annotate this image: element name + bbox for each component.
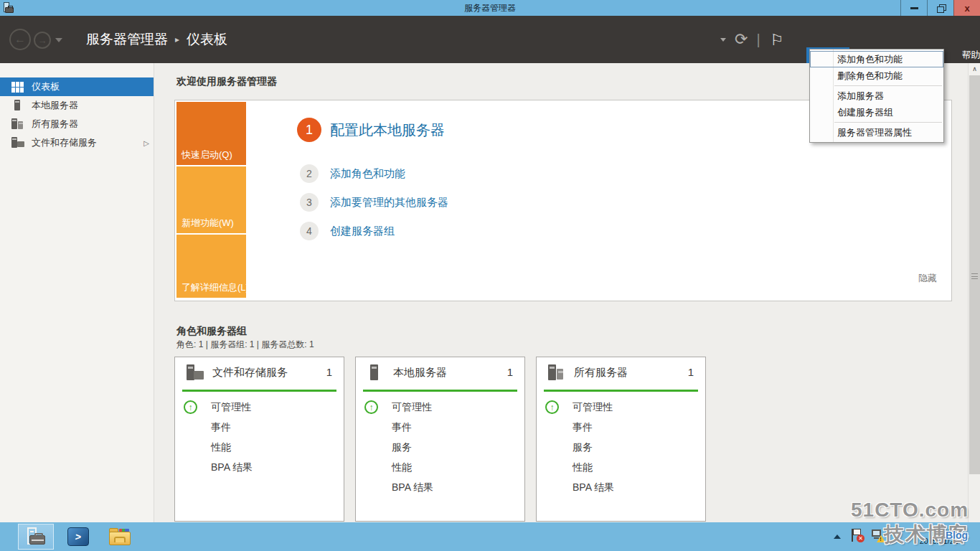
hide-link[interactable]: 隐藏 xyxy=(918,272,937,285)
card-row[interactable]: 服务 xyxy=(356,438,524,458)
local-server-icon xyxy=(367,364,386,382)
manageability-up-icon: ↑ xyxy=(184,400,197,414)
card-row[interactable]: 事件 xyxy=(356,418,524,438)
card-row[interactable]: 服务 xyxy=(537,438,705,458)
tray-date: 2015/11/21 xyxy=(887,536,958,546)
close-button[interactable]: x xyxy=(953,0,980,16)
breadcrumb-separator-icon: ▸ xyxy=(175,34,179,44)
welcome-tab[interactable]: 新增功能(W) xyxy=(176,166,246,233)
card-row[interactable]: ↑可管理性 xyxy=(537,397,705,418)
card-row[interactable]: 事件 xyxy=(537,418,705,438)
manage-menu-item[interactable]: 添加角色和功能 xyxy=(810,51,943,67)
toolbar-divider: | xyxy=(756,32,760,48)
manageability-up-icon: ↑ xyxy=(364,400,378,414)
server-manager-window: 服务器管理器 x ← → 服务器管理器▸仪表板 ⟳ | ⚐ 管理(M)工具(T)… xyxy=(0,0,980,551)
tray-expand-icon[interactable] xyxy=(834,534,841,539)
dashboard-icon xyxy=(11,81,24,93)
local-server-icon xyxy=(11,100,24,111)
card-row[interactable]: 性能 xyxy=(175,438,344,458)
roles-and-server-groups-header: 角色和服务器组 xyxy=(176,325,247,338)
welcome-step[interactable]: 2 添加角色和功能 xyxy=(300,164,405,183)
scrollbar-up-icon[interactable]: ∧ xyxy=(969,63,980,75)
sidebar-item[interactable]: 本地服务器 xyxy=(0,96,154,115)
step-number-badge: 2 xyxy=(300,164,319,183)
welcome-step[interactable]: 3 添加要管理的其他服务器 xyxy=(300,193,448,212)
card-server-count: 1 xyxy=(326,366,332,378)
welcome-tab[interactable]: 了解详细信息(L) xyxy=(176,235,246,298)
clock[interactable]: :43 2015/11/21 xyxy=(887,526,958,546)
sidebar-item[interactable]: 文件和存储服务 ▷ xyxy=(0,133,154,152)
welcome-title: 欢迎使用服务器管理器 xyxy=(176,75,277,88)
card-row[interactable]: BPA 结果 xyxy=(175,458,344,478)
step-link[interactable]: 配置此本地服务器 xyxy=(330,121,445,140)
manage-menu-items: 添加角色和功能删除角色和功能添加服务器创建服务器组服务器管理器属性 xyxy=(810,51,943,141)
sidebar-item[interactable]: 仪表板 xyxy=(0,77,154,96)
back-button[interactable]: ← xyxy=(9,29,31,50)
manage-menu-dropdown: 添加角色和功能删除角色和功能添加服务器创建服务器组服务器管理器属性 xyxy=(809,49,944,143)
card-row[interactable]: ↑可管理性 xyxy=(356,397,524,418)
breadcrumb-current: 仪表板 xyxy=(187,32,227,47)
card-title-link[interactable]: 所有服务器 xyxy=(574,366,628,380)
menu-separator xyxy=(834,85,942,86)
manage-menu-item[interactable]: 服务器管理器属性 xyxy=(810,124,943,141)
card-row[interactable]: 事件 xyxy=(175,418,344,438)
file-explorer-icon xyxy=(109,528,131,545)
restore-button[interactable] xyxy=(927,0,953,16)
role-group-card: 文件和存储服务 1 ↑可管理性事件性能BPA 结果 xyxy=(174,357,344,522)
step-number-badge: 3 xyxy=(300,193,319,212)
step-link[interactable]: 创建服务器组 xyxy=(330,225,395,238)
step-number-badge: 4 xyxy=(300,222,319,240)
forward-button[interactable]: → xyxy=(34,32,51,49)
network-warning-icon[interactable] xyxy=(871,528,885,542)
window-title: 服务器管理器 xyxy=(0,0,980,16)
breadcrumb-root[interactable]: 服务器管理器 xyxy=(86,32,168,47)
card-title-link[interactable]: 文件和存储服务 xyxy=(212,366,288,380)
manage-menu-item[interactable]: 创建服务器组 xyxy=(810,104,943,121)
menubar-item[interactable]: 帮助(H) xyxy=(956,47,980,63)
action-center-flag-icon[interactable]: ✕ xyxy=(850,528,863,542)
welcome-tabs: 快速启动(Q)新增功能(W)了解详细信息(L) xyxy=(176,102,246,299)
manage-menu-item[interactable]: 添加服务器 xyxy=(810,88,943,104)
card-server-count: 1 xyxy=(507,366,513,378)
taskbar-powershell-button[interactable]: > xyxy=(63,524,93,550)
history-dropdown-icon[interactable] xyxy=(55,38,62,42)
file-storage-icon xyxy=(187,364,205,382)
roles-counts: 角色: 1 | 服务器组: 1 | 服务器总数: 1 xyxy=(176,339,314,351)
taskbar-server-manager-button[interactable] xyxy=(18,524,54,550)
card-row[interactable]: BPA 结果 xyxy=(356,478,524,498)
vertical-scrollbar[interactable]: ∧ xyxy=(968,63,980,522)
sidebar: 仪表板 本地服务器 所有服务器 文件和存储服务 ▷ xyxy=(0,63,154,522)
card-status-rule xyxy=(544,390,698,392)
card-row[interactable]: 性能 xyxy=(537,458,705,478)
card-status-rule xyxy=(363,390,517,392)
card-title-link[interactable]: 本地服务器 xyxy=(393,366,447,380)
step-link[interactable]: 添加角色和功能 xyxy=(330,167,405,181)
dropdown-caret-icon[interactable] xyxy=(720,38,726,42)
manage-menu-item[interactable]: 删除角色和功能 xyxy=(810,67,943,84)
notifications-flag-icon[interactable]: ⚐ xyxy=(771,32,784,47)
sidebar-nav: 仪表板 本地服务器 所有服务器 文件和存储服务 ▷ xyxy=(0,77,154,152)
server-manager-icon xyxy=(25,527,47,547)
welcome-step[interactable]: 1 配置此本地服务器 xyxy=(297,118,445,142)
expand-arrow-icon[interactable]: ▷ xyxy=(143,139,149,147)
breadcrumb: 服务器管理器▸仪表板 xyxy=(86,16,227,63)
sidebar-item[interactable]: 所有服务器 xyxy=(0,115,154,133)
role-group-card: 所有服务器 1 ↑可管理性事件服务性能BPA 结果 xyxy=(536,357,706,522)
card-row[interactable]: ↑可管理性 xyxy=(175,397,344,418)
all-servers-icon xyxy=(11,118,24,130)
tray-time: :43 xyxy=(887,526,958,536)
step-link[interactable]: 添加要管理的其他服务器 xyxy=(330,196,448,209)
refresh-icon[interactable]: ⟳ xyxy=(735,32,748,47)
powershell-icon: > xyxy=(67,527,89,546)
taskbar-explorer-button[interactable] xyxy=(105,524,135,550)
manageability-up-icon: ↑ xyxy=(545,400,559,414)
card-server-count: 1 xyxy=(688,366,694,378)
welcome-tab[interactable]: 快速启动(Q) xyxy=(176,102,246,165)
scrollbar-thumb[interactable] xyxy=(969,75,980,474)
role-group-card: 本地服务器 1 ↑可管理性事件服务性能BPA 结果 xyxy=(355,357,525,522)
titlebar: 服务器管理器 x xyxy=(0,0,980,16)
welcome-step[interactable]: 4 创建服务器组 xyxy=(300,222,395,240)
card-row[interactable]: BPA 结果 xyxy=(537,478,705,498)
card-row[interactable]: 性能 xyxy=(356,458,524,478)
minimize-button[interactable] xyxy=(900,0,927,16)
